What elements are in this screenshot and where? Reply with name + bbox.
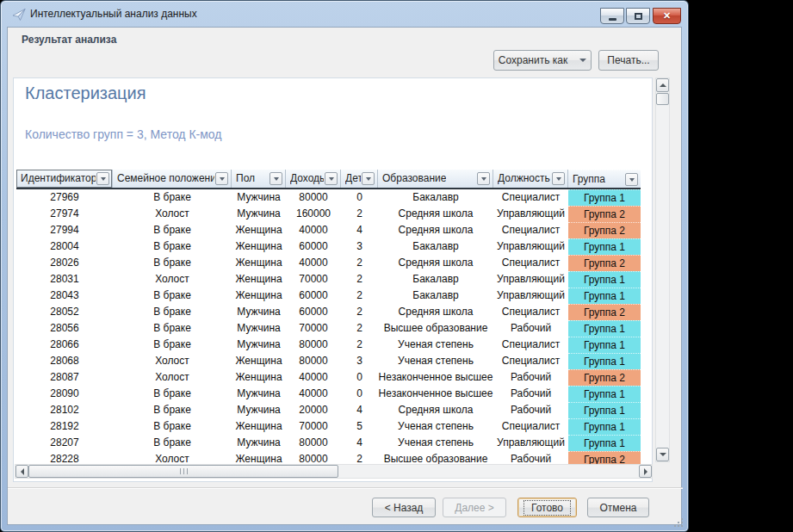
vertical-scrollbar-thumb[interactable] [656, 93, 669, 105]
table-cell: Мужчина [232, 386, 286, 402]
column-header-8[interactable]: Группа [568, 170, 641, 188]
table-cell: 2 [341, 271, 378, 288]
column-header-6[interactable]: Образование [378, 170, 493, 188]
chevron-down-icon [274, 177, 279, 181]
scroll-right-button[interactable] [639, 465, 652, 478]
scroll-left-button[interactable] [15, 465, 28, 478]
table-cell: 2 [341, 304, 378, 320]
print-button[interactable]: Печать... [598, 50, 659, 71]
table-cell: Незаконченное высшее [378, 369, 493, 386]
table-cell: В браке [113, 337, 232, 353]
save-as-button[interactable]: Сохранить как [493, 50, 592, 71]
table-row[interactable]: 28031ХолостЖенщина700002БакалаврУправляю… [16, 271, 641, 288]
table-row[interactable]: 28004В бракеЖенщина600003БакалаврУправля… [16, 238, 641, 255]
table-cell: 4 [341, 402, 378, 418]
close-button[interactable]: ✕ [653, 8, 681, 24]
horizontal-scrollbar-thumb[interactable] [28, 465, 338, 478]
table-cell: 40000 [286, 369, 341, 386]
table-cell: Мужчина [232, 337, 286, 353]
horizontal-scrollbar[interactable] [15, 464, 653, 479]
table-row[interactable]: 28207В бракеМужчина800004Ученая степеньУ… [16, 435, 641, 451]
group-badge: Группа 2 [568, 369, 641, 386]
finish-button[interactable]: Готово [517, 498, 577, 517]
table-cell: 28056 [16, 320, 113, 337]
table-row[interactable]: 27994В бракеЖенщина400004Средняя школаСп… [16, 222, 641, 238]
table-cell: Средняя школа [378, 222, 493, 238]
resize-grip-icon[interactable] [674, 516, 684, 525]
table-cell: 0 [341, 369, 378, 386]
table-cell: Высшее образование [378, 320, 493, 337]
table-cell: Ученая степень [378, 418, 493, 435]
table-cell: 70000 [286, 271, 341, 288]
group-badge: Группа 2 [568, 304, 641, 320]
table-row[interactable]: 28052В бракеМужчина600002Средняя школаСп… [16, 304, 641, 320]
scroll-down-button[interactable] [656, 448, 669, 461]
column-header-5[interactable]: Дети [341, 170, 378, 188]
group-badge: Группа 1 [568, 320, 641, 337]
column-filter-button[interactable] [269, 172, 282, 185]
table-row[interactable]: 28102В бракеМужчина200004Средняя школаРа… [16, 402, 641, 418]
table-row[interactable]: 28192В бракеЖенщина700005Ученая степеньС… [16, 418, 641, 435]
table-cell: Холост [113, 369, 232, 386]
table-row[interactable]: 28056В бракеМужчина700002Высшее образова… [16, 320, 641, 337]
column-header-2[interactable]: Семейное положение [113, 170, 232, 188]
table-cell: 2 [341, 451, 378, 465]
table-row[interactable]: 28066В бракеМужчина800002Ученая степеньС… [16, 337, 641, 353]
column-header-1[interactable]: Идентификатор [16, 170, 113, 188]
group-badge: Группа 2 [568, 255, 641, 271]
group-badge: Группа 2 [568, 222, 641, 238]
chevron-down-icon [366, 177, 371, 181]
table-cell: 80000 [286, 189, 341, 206]
titlebar[interactable]: Интеллектуальный анализ данных ✕ [1, 1, 688, 27]
table-row[interactable]: 28228ХолостЖенщина800002Высшее образован… [16, 451, 641, 465]
column-filter-button[interactable] [477, 172, 490, 185]
table-cell: В браке [113, 435, 232, 451]
chevron-down-icon [329, 177, 334, 181]
table-cell: 3 [341, 353, 378, 369]
table-cell: Специалист [493, 222, 568, 238]
chevron-down-icon [579, 59, 586, 62]
table-row[interactable]: 28068ХолостЖенщина800003Ученая степеньСп… [16, 353, 641, 369]
column-filter-button[interactable] [96, 172, 109, 185]
table-cell: Незаконченное высшее [378, 386, 493, 402]
column-header-3[interactable]: Пол [232, 170, 286, 188]
next-label: Далее > [455, 502, 494, 514]
column-header-4[interactable]: Доходы [286, 170, 341, 188]
maximize-button[interactable] [626, 8, 650, 24]
table-cell: Мужчина [232, 304, 286, 320]
table-row[interactable]: 28043В бракеЖенщина600002БакалаврУправля… [16, 288, 641, 304]
table-row[interactable]: 28026В бракеЖенщина400002Средняя школаСп… [16, 255, 641, 271]
table-cell: Женщина [232, 418, 286, 435]
table-cell: 2 [341, 255, 378, 271]
table-cell: Бакалавр [378, 238, 493, 255]
back-button[interactable]: < Назад [372, 498, 436, 517]
scroll-up-button[interactable] [656, 78, 669, 92]
minimize-button[interactable] [600, 8, 624, 24]
group-badge: Группа 1 [568, 402, 641, 418]
column-header-label: Пол [236, 172, 255, 184]
table-row[interactable]: 28090В бракеМужчина400000Незаконченное в… [16, 386, 641, 402]
table-cell: 28090 [16, 386, 113, 402]
table-row[interactable]: 28087ХолостЖенщина400000Незаконченное вы… [16, 369, 641, 386]
table-row[interactable]: 27969В бракеМужчина800000БакалаврСпециал… [16, 189, 641, 206]
column-filter-button[interactable] [625, 173, 638, 186]
column-header-7[interactable]: Должность [493, 170, 568, 188]
table-cell: В браке [113, 418, 232, 435]
table-cell: 160000 [286, 206, 341, 222]
group-badge: Группа 2 [568, 451, 641, 465]
table-cell: В браке [113, 189, 232, 206]
table-cell: 27974 [16, 206, 113, 222]
column-filter-button[interactable] [552, 172, 565, 185]
column-filter-button[interactable] [362, 172, 375, 185]
column-filter-button[interactable] [215, 172, 228, 185]
table-cell: Специалист [493, 418, 568, 435]
scrollbar-grip-icon [180, 468, 188, 474]
table-cell: 3 [341, 238, 378, 255]
column-filter-button[interactable] [325, 172, 338, 185]
table-cell: Средняя школа [378, 304, 493, 320]
cancel-button[interactable]: Отмена [587, 498, 649, 517]
column-header-label: Идентификатор [21, 172, 96, 184]
vertical-scrollbar[interactable] [655, 77, 670, 462]
table-row[interactable]: 27974ХолостМужчина1600002Средняя школаУп… [16, 206, 641, 222]
table-cell: Холост [113, 271, 232, 288]
